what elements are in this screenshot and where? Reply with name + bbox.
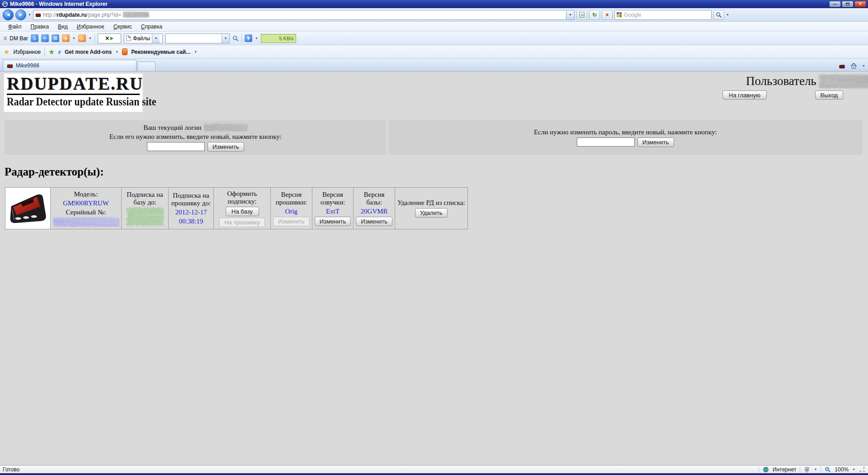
- search-box: [614, 10, 712, 20]
- subscribe-base-button[interactable]: На базу: [226, 207, 259, 216]
- change-voice-button[interactable]: Изменить: [315, 217, 351, 226]
- compatibility-view-button[interactable]: [576, 10, 587, 20]
- menu-view[interactable]: Вид: [53, 23, 72, 31]
- dm-add-icon[interactable]: +: [41, 34, 49, 42]
- restore-button[interactable]: [842, 1, 854, 7]
- file-page-icon: [126, 35, 131, 41]
- dm-capture-panel[interactable]: ✕: [98, 33, 121, 43]
- firmware-subscription-label: Подписка на прошивку до:: [171, 192, 211, 207]
- dm-globe-icon[interactable]: ●: [62, 34, 70, 42]
- dm-bottle-dropdown-icon[interactable]: ▼: [89, 37, 92, 40]
- get-more-addons-link[interactable]: Get more Add-ons: [65, 49, 112, 55]
- url-domain: rdupdate.ru: [57, 12, 87, 18]
- close-button[interactable]: ×: [854, 1, 866, 7]
- password-change-hint: Если нужно изменить пароль, введите новы…: [534, 128, 717, 136]
- page-menu-icon[interactable]: [839, 63, 845, 69]
- dm-globe-dropdown-icon[interactable]: ▼: [72, 37, 75, 40]
- base-subscription-cell: Подписка на базу до:: [122, 188, 169, 229]
- favorites-star-icon[interactable]: ★: [4, 48, 9, 56]
- login-change-hint: Если его нужно изменить, введите новый, …: [109, 133, 282, 141]
- empty-combo-dropdown-icon[interactable]: ▼: [222, 34, 229, 43]
- status-separator: [759, 466, 759, 473]
- address-input[interactable]: http://rdupdate.ru/page.php?id=: [33, 10, 566, 20]
- firmware-subscription-cell: Подписка на прошивку до: 2012-12-17 00:3…: [169, 188, 214, 229]
- tab-title: Mike9966: [16, 62, 39, 69]
- history-dropdown-icon[interactable]: ▼: [28, 13, 31, 16]
- protected-mode-dropdown-icon[interactable]: ▼: [814, 468, 817, 471]
- files-combo-dropdown-icon[interactable]: ▼: [152, 34, 160, 43]
- home-page-button[interactable]: На главную: [722, 90, 767, 100]
- delete-label: Удаление РД из списка:: [397, 199, 465, 207]
- menu-file[interactable]: Файл: [4, 23, 26, 31]
- suggested-sites-link[interactable]: Рекомендуемые сай...: [131, 49, 190, 55]
- change-login-button[interactable]: Изменить: [208, 142, 244, 152]
- menu-help[interactable]: Справка: [137, 23, 167, 31]
- home-dropdown-icon[interactable]: ▼: [862, 64, 865, 67]
- search-options-dropdown-icon[interactable]: ▼: [726, 13, 729, 16]
- window-title: Mike9966 - Windows Internet Explorer: [10, 1, 108, 7]
- voice-version-cell: Версия озвучки: ExtT Изменить: [312, 188, 354, 229]
- censored-username: [819, 75, 868, 88]
- dm-download-icon[interactable]: ⇣: [31, 34, 38, 42]
- new-password-input[interactable]: [577, 138, 635, 147]
- base-version-value: 20GVMR: [361, 208, 388, 215]
- refresh-button[interactable]: ↻: [589, 10, 600, 20]
- logout-button[interactable]: Выход: [815, 90, 843, 100]
- dm-add-window-icon[interactable]: ⊞: [52, 34, 59, 42]
- search-button[interactable]: [713, 10, 724, 20]
- add-favorite-icon[interactable]: ★: [48, 48, 54, 56]
- zoom-icon[interactable]: [825, 466, 831, 473]
- detector-photo-cell: [5, 188, 51, 229]
- account-panels: Ваш текущий логин Если его нужно изменит…: [5, 120, 863, 155]
- dmbar-close-icon[interactable]: X: [4, 36, 7, 41]
- model-value[interactable]: GM900RYRUW: [63, 200, 109, 207]
- download-arrow-icon[interactable]: ▼: [245, 34, 252, 42]
- search-input[interactable]: [624, 12, 709, 18]
- new-tab-button[interactable]: [137, 62, 156, 71]
- toolbar-separator: [241, 34, 242, 43]
- files-combo[interactable]: Файлы ▼: [124, 33, 163, 43]
- back-button[interactable]: ◄: [3, 10, 14, 20]
- detectors-heading: Радар-детектор(ы):: [5, 166, 104, 178]
- download-dropdown-icon[interactable]: ▼: [255, 37, 258, 40]
- forward-button[interactable]: ►: [15, 10, 26, 20]
- censored-login: [204, 124, 247, 131]
- dmbar-label: DM Bar: [9, 35, 28, 42]
- menu-favorites[interactable]: Избранное: [72, 23, 109, 31]
- delete-button[interactable]: Удалить: [415, 208, 448, 218]
- suggested-sites-dropdown-icon[interactable]: ▼: [194, 50, 197, 53]
- delete-cell: Удаление РД из списка: Удалить: [395, 188, 467, 229]
- addons-dropdown-icon[interactable]: ▼: [115, 50, 118, 53]
- home-icon[interactable]: [850, 62, 858, 69]
- address-dropdown-button[interactable]: ▼: [566, 10, 575, 20]
- current-login-label: Ваш текущий логин: [143, 124, 201, 132]
- empty-combo[interactable]: ▼: [165, 33, 230, 43]
- login-panel: Ваш текущий логин Если его нужно изменит…: [5, 120, 387, 155]
- traffic-meter: 5 KB/s: [261, 34, 296, 43]
- menu-tools[interactable]: Сервис: [109, 23, 137, 31]
- minimize-button[interactable]: —: [829, 1, 841, 7]
- favorites-label[interactable]: Избранное: [13, 49, 41, 55]
- tab-favicon: [7, 62, 13, 69]
- stop-button[interactable]: ×: [602, 10, 613, 20]
- search-icon: [716, 12, 722, 18]
- green-arrow-icon: [110, 37, 113, 40]
- change-firmware-button: Изменить: [273, 217, 310, 226]
- toolbar-search-icon[interactable]: [232, 35, 239, 42]
- change-password-button[interactable]: Изменить: [637, 138, 674, 147]
- resize-grip[interactable]: [859, 466, 865, 473]
- dm-bottle-icon[interactable]: ⌂: [78, 34, 86, 42]
- status-separator: [821, 466, 821, 473]
- dm-toolbar: X DM Bar ⇣ + ⊞ ● ▼ ⌂ ▼ ✕ Файлы ▼ ▼ ▼ ▼ 5…: [0, 32, 868, 45]
- change-base-button[interactable]: Изменить: [356, 217, 392, 226]
- zoom-dropdown-icon[interactable]: ▼: [852, 468, 855, 471]
- firmware-version-label: Версия прошивки:: [273, 191, 310, 206]
- base-subscription-label: Подписка на базу до:: [124, 191, 166, 206]
- google-logo-icon: [617, 12, 622, 17]
- zoom-level[interactable]: 100%: [835, 466, 849, 473]
- tab-mike9966[interactable]: Mike9966: [3, 60, 137, 71]
- protected-mode-icon[interactable]: [804, 466, 810, 473]
- menu-edit[interactable]: Правка: [26, 23, 54, 31]
- new-login-input[interactable]: [147, 142, 205, 151]
- site-logo: RDUPDATE.RU Radar Detector update Russia…: [4, 73, 143, 112]
